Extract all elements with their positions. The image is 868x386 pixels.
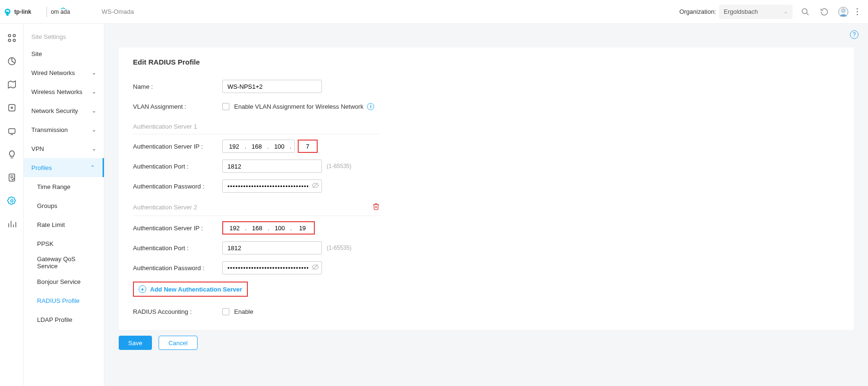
chevron-down-icon: ⌄	[92, 88, 96, 95]
sidebar-item-label: Network Security	[31, 107, 78, 114]
svg-text:tp-link: tp-link	[14, 9, 31, 15]
dashboard-icon[interactable]	[6, 32, 18, 44]
settings-icon[interactable]	[6, 195, 18, 207]
auth-server-2-port-input[interactable]	[222, 241, 322, 254]
add-auth-server-label: Add New Authentication Server	[150, 286, 242, 293]
clients-icon[interactable]	[6, 125, 18, 137]
sidebar-item-label: Profiles	[31, 164, 52, 171]
map-icon[interactable]	[6, 79, 18, 90]
chevron-up-icon: ⌃	[90, 164, 95, 171]
auth-server-2-ip-b[interactable]	[248, 222, 267, 234]
auth-server-2-port-label: Authentication Port	[133, 245, 222, 252]
more-menu-icon[interactable]	[854, 6, 860, 18]
name-label: Name	[133, 83, 222, 90]
omada-logo: om ada	[51, 7, 82, 17]
log-icon[interactable]	[6, 172, 18, 183]
auth-server-2-password-input[interactable]	[222, 261, 322, 274]
delete-server-2-icon[interactable]	[372, 203, 380, 212]
auth-server-1-password-input[interactable]	[222, 179, 322, 193]
sidebar-item-wired-networks[interactable]: Wired Networks ⌄	[24, 63, 104, 82]
svg-point-22	[10, 200, 13, 202]
sidebar-sub-time-range[interactable]: Time Range	[24, 177, 104, 196]
eye-off-icon[interactable]	[311, 182, 319, 191]
svg-rect-15	[9, 104, 15, 111]
auth-server-2-ip-group: . . .	[222, 221, 315, 235]
refresh-icon[interactable]	[818, 6, 830, 18]
sidebar-item-network-security[interactable]: Network Security ⌄	[24, 101, 104, 120]
sidebar: Site Settings Site Wired Networks ⌄ Wire…	[24, 24, 104, 386]
sidebar-sub-ldap-profile[interactable]: LDAP Profile	[24, 310, 104, 329]
auth-server-1-ip-b[interactable]	[247, 141, 266, 152]
svg-point-5	[802, 9, 807, 14]
sidebar-sub-rate-limit[interactable]: Rate Limit	[24, 215, 104, 234]
sidebar-item-site[interactable]: Site	[24, 44, 104, 63]
auth-server-1-password-label: Authentication Password	[133, 183, 222, 190]
page-title: Edit RADIUS Profile	[133, 58, 840, 66]
sidebar-item-profiles[interactable]: Profiles ⌃	[24, 158, 104, 177]
cancel-button[interactable]: Cancel	[159, 336, 198, 350]
name-input[interactable]	[222, 80, 322, 93]
sidebar-section-title: Site Settings	[24, 29, 104, 44]
content-area: ? Edit RADIUS Profile Name VLAN Assignme…	[104, 24, 868, 386]
organization-value: Ergoldsbach	[724, 8, 758, 15]
logo-divider	[47, 7, 47, 17]
svg-point-16	[11, 107, 12, 108]
sidebar-sub-groups[interactable]: Groups	[24, 196, 104, 215]
svg-point-12	[13, 39, 15, 42]
svg-marker-14	[8, 81, 15, 88]
report-icon[interactable]	[6, 218, 18, 230]
sidebar-item-transmission[interactable]: Transmission ⌄	[24, 120, 104, 139]
auth-server-2-ip-c[interactable]	[270, 222, 289, 234]
vlan-assignment-checkbox-label: Enable VLAN Assignment for Wireless Netw…	[234, 103, 363, 110]
auth-server-2-header: Authentication Server 2	[133, 196, 380, 216]
svg-line-6	[806, 13, 809, 15]
logo-area: tp-link om ada	[5, 7, 100, 17]
tplink-logo: tp-link	[5, 7, 43, 17]
organization-label: Organization:	[679, 8, 716, 15]
vlan-assignment-label: VLAN Assignment	[133, 103, 222, 110]
organization-select[interactable]: Ergoldsbach ⌄	[719, 5, 793, 19]
radius-profile-form: Edit RADIUS Profile Name VLAN Assignment…	[119, 47, 854, 330]
svg-point-11	[8, 39, 10, 42]
sidebar-sub-radius-profile[interactable]: RADIUS Profile	[24, 291, 104, 310]
vlan-assignment-checkbox[interactable]	[222, 103, 229, 110]
save-button[interactable]: Save	[119, 336, 152, 350]
port-hint: (1-65535)	[327, 163, 351, 169]
svg-point-10	[13, 35, 15, 37]
eye-off-icon[interactable]	[311, 264, 319, 273]
devices-icon[interactable]	[6, 102, 18, 113]
sidebar-sub-gateway-qos[interactable]: Gateway QoS Service	[24, 253, 104, 272]
auth-server-2-ip-label: Authentication Server IP	[133, 225, 222, 232]
radius-accounting-checkbox-label: Enable	[234, 308, 253, 315]
plus-circle-icon: +	[139, 285, 146, 293]
insight-icon[interactable]	[6, 149, 18, 160]
form-footer: Save Cancel	[119, 336, 868, 359]
search-icon[interactable]	[799, 6, 811, 18]
breadcrumb: WS-Omada	[102, 8, 134, 15]
sidebar-item-label: Transmission	[31, 126, 68, 133]
sidebar-item-label: Wired Networks	[31, 69, 75, 76]
auth-server-1-ip-a[interactable]	[225, 141, 244, 152]
auth-server-1-ip-group: . . .	[222, 140, 295, 153]
user-avatar[interactable]	[837, 6, 849, 18]
auth-server-1-ip-c[interactable]	[270, 141, 289, 152]
add-auth-server-button[interactable]: + Add New Authentication Server	[133, 282, 248, 297]
topbar: tp-link om ada WS-Omada Organization: Er…	[0, 0, 868, 24]
sidebar-item-vpn[interactable]: VPN ⌄	[24, 139, 104, 158]
auth-server-1-port-label: Authentication Port	[133, 163, 222, 170]
sidebar-sub-bonjour[interactable]: Bonjour Service	[24, 272, 104, 291]
auth-server-1-port-input[interactable]	[222, 160, 322, 173]
auth-server-2-ip-d[interactable]	[293, 222, 312, 234]
chevron-down-icon: ⌄	[92, 69, 96, 76]
sidebar-sub-ppsk[interactable]: PPSK	[24, 234, 104, 253]
auth-server-1-ip-d[interactable]	[299, 141, 317, 152]
sidebar-item-label: Site	[31, 50, 42, 57]
auth-server-2-password-label: Authentication Password	[133, 264, 222, 272]
sidebar-item-wireless-networks[interactable]: Wireless Networks ⌄	[24, 82, 104, 101]
auth-server-2-ip-a[interactable]	[225, 222, 244, 234]
radius-accounting-checkbox[interactable]	[222, 308, 229, 315]
statistics-icon[interactable]	[6, 56, 18, 67]
port-hint: (1-65535)	[327, 245, 351, 251]
help-icon[interactable]: ?	[850, 30, 859, 39]
info-icon[interactable]: i	[367, 103, 374, 110]
